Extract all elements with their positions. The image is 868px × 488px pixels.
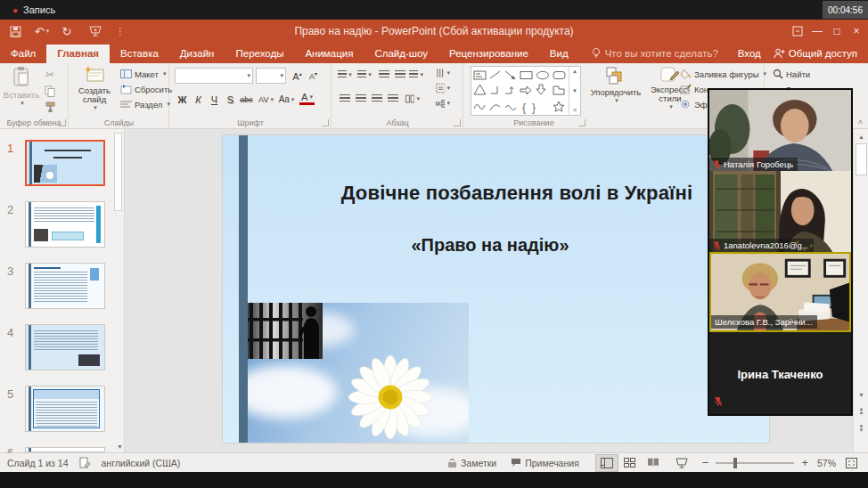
slide-thumbnail-5[interactable] (25, 386, 105, 432)
drawing-dialog-launcher[interactable] (578, 119, 585, 126)
tab-slideshow[interactable]: Слайд-шоу (364, 45, 438, 63)
text-direction-button[interactable]: ▾ (436, 66, 450, 80)
numbering-button[interactable]: ▾ (357, 68, 372, 82)
cut-button[interactable]: ✂ (43, 68, 57, 82)
justify-button[interactable] (386, 92, 400, 106)
scroll-up-button[interactable]: ▲ (854, 130, 868, 142)
shrink-font-button[interactable]: А▾ (306, 69, 321, 84)
paste-button[interactable]: Вставить ▾ (4, 66, 39, 116)
new-slide-button[interactable]: Создать слайд ▾ (73, 66, 116, 118)
participant-name: Наталія Горобець (724, 159, 793, 169)
ribbon-display-options-button[interactable] (788, 21, 807, 41)
sign-in-link[interactable]: Вход (738, 48, 761, 59)
comments-toggle[interactable]: Примечания (504, 453, 586, 473)
align-left-button[interactable] (338, 92, 352, 106)
zoom-out-button[interactable]: − (693, 453, 711, 473)
decrease-indent-button[interactable] (377, 68, 391, 82)
zoom-slider-thumb[interactable] (733, 458, 737, 468)
start-slideshow-button[interactable] (86, 22, 105, 40)
italic-button[interactable]: К (191, 92, 206, 107)
increase-indent-button[interactable] (393, 68, 407, 82)
maximize-button[interactable]: □ (827, 21, 847, 41)
vertical-scrollbar[interactable]: ▲ ▼ ▲▲ ▼▼ (853, 129, 868, 452)
slide[interactable]: Довічне позбавлення волі в Україні «Прав… (223, 135, 769, 443)
character-spacing-button[interactable]: AV▾ (258, 92, 274, 107)
font-color-button[interactable]: А▾ (299, 92, 315, 105)
notes-toggle[interactable]: Заметки (440, 453, 504, 473)
fit-to-window-button[interactable] (839, 454, 863, 472)
section-button[interactable]: Раздел▾ (120, 97, 170, 111)
language-status[interactable]: английский (США) (94, 453, 188, 473)
change-case-button[interactable]: Aa▾ (279, 92, 294, 107)
shape-fill-button[interactable]: Заливка фигуры▾ (680, 67, 766, 81)
slide-thumbnail-2[interactable] (25, 201, 105, 248)
video-tile-4-no-video[interactable]: Ірина Ткаченко (709, 332, 851, 414)
layout-button[interactable]: Макет▾ (120, 67, 166, 81)
align-right-button[interactable] (370, 92, 384, 106)
thumbnail-scroll-down-button[interactable]: ▼ (117, 443, 123, 450)
copy-button[interactable] (43, 84, 57, 98)
tell-me-box[interactable]: Что вы хотите сделать? (579, 44, 727, 63)
video-tile-2[interactable]: 1anatolevna2016@g... (709, 171, 851, 252)
video-tile-3-active-speaker[interactable]: Шелєхова Г.В., Зарічни... (709, 252, 851, 332)
group-clipboard: Вставить ▾ ✂ Буфер обмена (0, 63, 69, 129)
clipboard-dialog-launcher[interactable] (59, 119, 66, 126)
tab-file[interactable]: Файл (0, 45, 46, 63)
text-shadow-button[interactable]: S (223, 92, 238, 107)
undo-button[interactable]: ↶▾ (32, 22, 52, 40)
convert-smartart-button[interactable]: ▾ (436, 96, 450, 110)
grow-font-button[interactable]: А▴ (290, 69, 305, 84)
line-spacing-button[interactable]: ▾ (409, 68, 423, 82)
tab-review[interactable]: Рецензирование (438, 45, 539, 63)
tab-animations[interactable]: Анимация (294, 45, 364, 63)
zoom-in-button[interactable]: + (799, 453, 814, 473)
tab-transitions[interactable]: Переходы (225, 45, 294, 63)
format-painter-button[interactable] (43, 100, 57, 114)
bullets-button[interactable]: ▾ (338, 68, 352, 82)
shape-icons: { } (473, 68, 568, 114)
slide-thumbnail-4[interactable] (25, 324, 105, 370)
font-name-combo[interactable]: ▾ (175, 68, 253, 84)
next-slide-button[interactable]: ▼▼ (854, 422, 868, 435)
status-bar: Слайд 1 из 14 английский (США) Заметки П… (0, 452, 868, 472)
share-button[interactable]: Общий доступ (774, 48, 857, 59)
previous-slide-button[interactable]: ▲▲ (854, 404, 868, 417)
underline-button[interactable]: Ч (207, 92, 222, 107)
slide-thumbnail-1[interactable] (25, 140, 105, 186)
redo-button[interactable]: ↻ (57, 22, 77, 40)
font-size-combo[interactable]: ▾ (256, 68, 286, 84)
align-text-button[interactable]: ▾ (436, 81, 450, 95)
collapse-ribbon-button[interactable]: ˄ (858, 118, 863, 126)
reset-button[interactable]: Сбросить (120, 82, 172, 96)
slide-sorter-view-button[interactable] (618, 454, 642, 472)
find-button[interactable]: Найти (773, 67, 810, 81)
tab-home[interactable]: Главная (46, 45, 110, 63)
close-button[interactable]: × (847, 21, 866, 41)
tab-insert[interactable]: Вставка (110, 45, 169, 63)
video-tile-1[interactable]: Наталія Горобець (709, 90, 851, 171)
normal-view-button[interactable] (595, 454, 618, 472)
reading-view-button[interactable] (642, 454, 665, 472)
slideshow-view-button[interactable] (670, 454, 693, 472)
thumbnail-scrollbar-thumb[interactable] (114, 133, 122, 211)
scroll-down-button[interactable]: ▼ (854, 388, 868, 401)
shapes-gallery-scroll[interactable]: ▲▼≡ (569, 67, 580, 115)
scrollbar-thumb[interactable] (856, 143, 867, 175)
zoom-level[interactable]: 57% (814, 453, 839, 473)
slide-thumbnail-3[interactable] (25, 263, 105, 309)
slide-counter[interactable]: Слайд 1 из 14 (0, 453, 76, 473)
tab-design[interactable]: Дизайн (169, 45, 225, 63)
customize-qat-button[interactable]: ⋮ (111, 22, 130, 40)
align-center-button[interactable] (354, 92, 368, 106)
bold-button[interactable]: Ж (175, 92, 190, 107)
notes-page-icon[interactable] (76, 453, 94, 473)
arrange-button[interactable]: Упорядочить ▾ (586, 66, 645, 118)
minimize-button[interactable]: — (807, 21, 827, 41)
columns-button[interactable]: ▾ (405, 92, 420, 106)
zoom-slider[interactable] (716, 462, 794, 464)
tab-view[interactable]: Вид (539, 45, 579, 63)
shapes-gallery[interactable]: { } ▲▼≡ (471, 66, 581, 116)
save-icon[interactable] (5, 22, 25, 40)
strikethrough-button[interactable]: abc (239, 92, 254, 107)
thumbnail-number: 5 (7, 387, 13, 401)
